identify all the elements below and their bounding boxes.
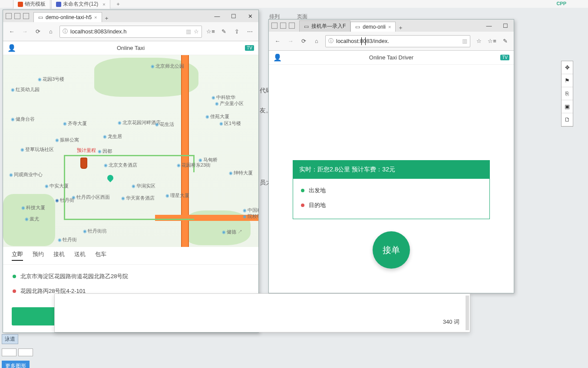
close-icon[interactable]: ×	[102, 2, 105, 7]
scrollbar[interactable]	[466, 296, 469, 330]
sys-icon[interactable]	[6, 13, 12, 19]
tab-passenger[interactable]: ▭ demo-online-taxi-h5 ×	[33, 12, 102, 22]
reader-icon[interactable]: ▥	[186, 28, 191, 35]
map-poi: 登草玩场社区	[20, 146, 54, 153]
sys-icon[interactable]	[289, 23, 295, 29]
more-shapes-button[interactable]: 更多图形	[2, 361, 30, 368]
destination-label: 目的地	[309, 201, 326, 209]
new-tab-button[interactable]: ＋	[396, 24, 405, 32]
sys-icons	[269, 23, 297, 29]
map-poi: 牡丹街坊	[83, 228, 107, 234]
map-poi: 因都	[98, 148, 112, 154]
avatar-icon[interactable]: 👤	[273, 53, 282, 62]
maximize-button[interactable]: ☐	[225, 10, 242, 22]
home-button[interactable]: ⌂	[312, 37, 321, 46]
flag-tool-icon[interactable]: ⚑	[562, 74, 573, 87]
close-icon[interactable]: ×	[388, 24, 391, 30]
close-button[interactable]: ✕	[242, 10, 258, 22]
dot-red-icon	[301, 204, 304, 207]
favorite-icon[interactable]: ☆	[194, 28, 199, 35]
swimlane-label[interactable]: 泳道	[2, 334, 18, 344]
accept-order-button[interactable]: 接单	[373, 231, 410, 269]
move-tool-icon[interactable]: ✥	[562, 61, 573, 74]
tab-driver[interactable]: ▭ demo-onli ×	[350, 22, 396, 32]
map-poi: 佳苑大厦	[205, 113, 229, 120]
refresh-button[interactable]: ⟳	[299, 37, 308, 46]
map-poi: 花生活	[155, 121, 174, 128]
bg-field[interactable]	[18, 348, 33, 356]
browser-window-driver: ▭ 接机单—录入F ▭ demo-onli × ＋ — ☐ ← → ⟳ ⌂ ⓘ …	[268, 19, 514, 293]
map-poi: 牡丹四小区西面	[72, 194, 110, 200]
forward-button[interactable]: →	[286, 37, 295, 46]
fire-icon	[18, 2, 23, 7]
close-icon[interactable]: ×	[94, 15, 97, 20]
word-count: 340 词	[443, 318, 459, 326]
car-icon	[80, 158, 87, 169]
home-button[interactable]: ⌂	[46, 27, 55, 36]
forward-button[interactable]: →	[20, 27, 29, 36]
text-cursor-icon	[361, 37, 366, 45]
outer-new-tab[interactable]: ＋	[111, 0, 125, 9]
more-button[interactable]: ⋯	[245, 27, 254, 36]
titlebar: ▭ 接机单—录入F ▭ demo-onli × ＋ — ☐	[269, 20, 514, 32]
outer-tab-strip: 销壳模板 未命名文件(12) × ＋	[0, 0, 588, 8]
back-button[interactable]: ←	[273, 37, 282, 46]
notes-button[interactable]: ✎	[219, 27, 228, 36]
bg-field[interactable]	[2, 348, 17, 356]
origin-row[interactable]: 北京市海淀区花园路街道花园北路乙28号院	[13, 269, 249, 284]
minimize-button[interactable]: —	[481, 20, 497, 32]
url-input[interactable]	[336, 38, 459, 44]
address-bar[interactable]: ⓘ ▥	[325, 35, 470, 47]
back-button[interactable]: ←	[7, 27, 16, 36]
map-poi: 花园3号楼	[38, 76, 64, 82]
avatar-icon[interactable]: 👤	[7, 44, 16, 52]
sys-icon[interactable]	[23, 13, 29, 19]
map-poi: 北京文务酒店	[104, 162, 137, 168]
notes-button[interactable]: ✎	[501, 37, 509, 46]
sys-icon[interactable]	[280, 23, 286, 29]
tab-reserve[interactable]: 预约	[33, 250, 44, 261]
bottom-tabs: 立即 预约 接机 送机 包车	[3, 247, 258, 265]
tab-now[interactable]: 立即	[12, 250, 23, 261]
dot-green-icon	[13, 275, 16, 278]
tab-charter[interactable]: 包车	[95, 250, 106, 261]
map-poi: 院校研所	[243, 213, 258, 220]
outer-tab-label: 销壳模板	[25, 0, 46, 8]
sys-icon[interactable]	[14, 13, 20, 19]
layers-tool-icon[interactable]: ▣	[562, 100, 573, 113]
sys-icon[interactable]	[271, 23, 277, 29]
clipboard-tool-icon[interactable]: ⎘	[562, 87, 573, 100]
app-title: Online Taxi	[117, 45, 145, 51]
favorites-button[interactable]: ☆≡	[488, 37, 496, 46]
share-button[interactable]: ⇪	[232, 27, 241, 36]
new-tab-button[interactable]: ＋	[102, 14, 112, 22]
driver-body: 实时：距您2.8公里 预计车费：32元 出发地 目的地 接单	[269, 65, 514, 293]
maximize-button[interactable]: ☐	[497, 20, 514, 32]
map-area[interactable]: 预计里程 花园3号楼红英幼儿园北京师北公园中科软华产业里小区健身台谷齐寺大厦北京…	[3, 55, 258, 247]
favorites-button[interactable]: ☆≡	[206, 27, 215, 36]
outer-tab-0[interactable]: 销壳模板	[13, 0, 50, 9]
tabstrip: ▭ 接机单—录入F ▭ demo-onli × ＋	[297, 20, 481, 32]
favorite-icon[interactable]: ☆	[475, 37, 483, 46]
map-poi: 中国科学	[243, 207, 258, 214]
route-label: 预计里程	[77, 147, 96, 154]
url-input[interactable]	[70, 28, 183, 35]
reader-icon[interactable]: ▥	[462, 38, 467, 44]
bg-fields	[2, 348, 54, 356]
file-tool-icon[interactable]: 🗋	[562, 113, 573, 126]
tabstrip: ▭ demo-online-taxi-h5 × ＋	[32, 10, 209, 22]
page-icon: ▭	[304, 23, 309, 30]
window-controls: — ☐	[481, 20, 514, 32]
tab-title: 接机单—录入F	[311, 23, 346, 30]
tab-pickup[interactable]: 接机	[53, 250, 65, 261]
dot-green-icon	[301, 189, 304, 192]
map-poi: 北京师北公园	[151, 63, 184, 69]
map-poi: 红英幼儿园	[11, 86, 40, 93]
map-poi: 同观商业中心	[9, 171, 43, 178]
minimize-button[interactable]: —	[209, 10, 225, 22]
refresh-button[interactable]: ⟳	[33, 27, 42, 36]
address-bar[interactable]: ⓘ ▥ ☆	[59, 26, 202, 38]
tab-order-entry[interactable]: ▭ 接机单—录入F	[299, 20, 350, 32]
outer-tab-1[interactable]: 未命名文件(12) ×	[51, 0, 110, 9]
tab-dropoff[interactable]: 送机	[74, 250, 86, 261]
